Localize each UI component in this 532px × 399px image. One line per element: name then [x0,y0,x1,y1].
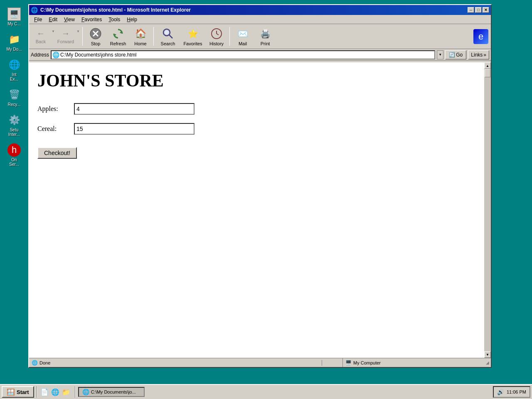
desktop-icon-setup[interactable]: ⚙️ SetuInter... [2,113,27,137]
history-button[interactable]: History [205,25,228,48]
stop-icon [89,27,102,40]
checkout-button[interactable]: Checkout! [37,147,77,159]
desktop-icons: 🖥️ My C... 📁 My Do... 🌐 IntEx... 🗑️ Recy… [0,4,28,170]
desktop-icon-ie[interactable]: 🌐 IntEx... [2,58,27,81]
toolbar-sep3 [229,27,230,46]
online-icon: h [7,143,21,157]
toolbar: ← Back ▼ → Forward ▼ [29,24,491,49]
status-text: Done [39,360,50,365]
forward-group: → Forward ▼ [56,25,81,48]
address-label: Address [31,52,49,58]
home-button[interactable]: 🏠 Home [129,25,152,48]
taskbar-quick-icons: 📄 🌐 📁 [40,387,71,397]
forward-icon: → [62,29,70,38]
cereal-row: Cereal: [37,123,476,135]
back-icon: ← [37,29,45,38]
stop-button[interactable]: Stop [84,25,107,48]
desktop-icon-online[interactable]: h OnSer... [2,143,27,167]
mail-button[interactable]: ✉️ Mail [232,25,254,48]
search-button[interactable]: Search [155,25,180,48]
minimize-button[interactable]: ─ [468,7,474,13]
svg-point-7 [165,30,169,34]
mycomputer-icon: 🖥️ [7,7,21,21]
title-bar-buttons: ─ □ ✕ [468,7,489,13]
print-button[interactable]: 🖨️ Print [254,25,276,48]
maximize-button[interactable]: □ [475,7,482,13]
mail-icon: ✉️ [236,27,249,40]
taskbar-time: 11:06 PM [507,389,526,394]
taskbar-right: 🔊 11:06 PM [493,386,530,398]
ie-icon: 🌐 [7,58,21,71]
close-button[interactable]: ✕ [483,7,489,13]
setup-icon: ⚙️ [7,113,21,127]
content-area: JOHN'S STORE Apples: Cereal: Checkout! [29,62,484,358]
taskbar-task-icon: 🌐 [82,389,89,395]
history-icon [210,27,223,40]
address-bar: Address 🌐 ▼ 🔄 Go Links » [29,49,491,61]
taskbar-separator2 [75,386,76,398]
desktop: 🖥️ My C... 📁 My Do... 🌐 IntEx... 🗑️ Recy… [0,0,532,399]
favorites-button[interactable]: ⭐ Favorites [180,25,205,48]
go-button[interactable]: 🔄 Go [445,50,466,59]
taskbar-sound-icon: 🔊 [497,389,504,395]
address-input[interactable] [60,52,433,58]
go-arrow-icon: 🔄 [449,52,455,58]
address-ie-icon: 🌐 [52,52,59,58]
taskbar-icon-ie[interactable]: 🌐 [51,387,60,397]
taskbar-task-ie[interactable]: 🌐 C:\My Documents\jo... [78,387,145,397]
address-input-wrapper: 🌐 [51,50,435,59]
start-button[interactable]: 🪟 Start [2,386,34,398]
forward-button[interactable]: → Forward [56,25,76,48]
menu-bar: File Edit View Favorites Tools Help [29,15,491,24]
status-main: 🌐 Done [29,360,322,366]
scroll-track [484,69,491,351]
forward-dropdown-arrow[interactable]: ▼ [76,25,81,48]
menu-edit[interactable]: Edit [45,16,61,23]
zone-text: My Computer [353,360,381,365]
scroll-down-button[interactable]: ▼ [484,351,491,358]
menu-favorites[interactable]: Favorites [78,16,105,23]
scroll-up-button[interactable]: ▲ [484,62,491,69]
back-button[interactable]: ← Back [31,25,51,48]
desktop-icon-mycomputer[interactable]: 🖥️ My C... [2,7,27,26]
computer-icon: 🖥️ [345,360,352,366]
desktop-icon-mydocuments[interactable]: 📁 My Do... [2,33,27,52]
back-dropdown-arrow[interactable]: ▼ [51,25,56,48]
ie-corner-logo: e [473,25,489,48]
desktop-icon-recyclebin[interactable]: 🗑️ Recy... [2,88,27,107]
search-icon [161,27,175,40]
toolbar-sep1 [82,27,83,46]
favorites-icon: ⭐ [186,27,200,40]
menu-file[interactable]: File [31,16,45,23]
apples-input[interactable] [74,103,195,115]
menu-help[interactable]: Help [123,16,140,23]
mydocuments-icon: 📁 [7,33,21,46]
svg-line-10 [217,34,219,35]
start-logo: 🪟 [7,388,15,396]
menu-tools[interactable]: Tools [105,16,123,23]
refresh-button[interactable]: Refresh [107,25,129,48]
title-bar-ie-icon: 🌐 [31,7,38,13]
address-dropdown[interactable]: ▼ [437,50,443,59]
resize-grip[interactable]: ◢ [484,360,491,366]
title-bar: 🌐 C:\My Documents\johns store.html - Mic… [29,5,491,15]
taskbar-icon-file[interactable]: 📄 [40,387,49,397]
window-title: C:\My Documents\johns store.html - Micro… [40,7,191,13]
title-bar-left: 🌐 C:\My Documents\johns store.html - Mic… [31,7,191,13]
ie-window: 🌐 C:\My Documents\johns store.html - Mic… [28,4,492,368]
home-icon: 🏠 [134,27,147,40]
back-group: ← Back ▼ [31,25,56,48]
links-button[interactable]: Links » [468,50,489,59]
status-ie-icon: 🌐 [32,360,38,366]
taskbar-icon-folder[interactable]: 📁 [62,387,71,397]
cereal-input[interactable] [74,123,195,135]
page-heading: JOHN'S STORE [37,71,476,91]
taskbar-separator [37,386,37,398]
status-middle [322,358,343,367]
scroll-thumb[interactable] [485,69,490,77]
status-zone: 🖥️ My Computer [343,360,484,366]
recyclebin-icon: 🗑️ [7,88,21,101]
status-bar: 🌐 Done 🖥️ My Computer ◢ [29,358,491,367]
print-icon: 🖨️ [259,27,272,40]
menu-view[interactable]: View [61,16,78,23]
